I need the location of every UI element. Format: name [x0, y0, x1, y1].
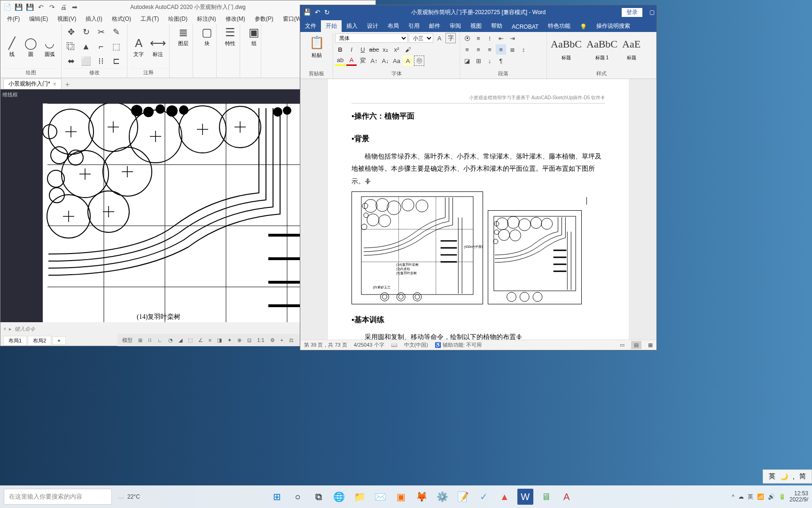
scale-display[interactable]: 1:1: [255, 337, 266, 343]
print-view-icon[interactable]: ▤: [631, 341, 641, 349]
shrink-icon[interactable]: A↓: [380, 56, 390, 66]
battery-icon[interactable]: 🔋: [779, 493, 786, 500]
word-redo-icon[interactable]: ↻: [324, 8, 330, 16]
file-tab[interactable]: 小景观制作入门* ×: [3, 79, 62, 89]
tab-home[interactable]: 开始: [321, 20, 342, 32]
transparency-icon[interactable]: ◨: [215, 337, 224, 344]
format-painter-icon[interactable]: 🖌: [403, 44, 413, 55]
paste-icon[interactable]: 📋: [307, 33, 326, 52]
line-spacing-icon[interactable]: ↕: [518, 44, 529, 55]
login-button[interactable]: 登录: [622, 8, 642, 17]
menu-file[interactable]: 件(F): [2, 14, 24, 24]
model-button[interactable]: 模型: [120, 336, 134, 344]
osnap-icon[interactable]: ⬚: [186, 337, 195, 344]
strike-icon[interactable]: abc: [369, 44, 379, 55]
ime-moon-icon[interactable]: 🌙: [780, 473, 788, 480]
undo-icon[interactable]: ↶: [36, 2, 46, 12]
document-page[interactable]: 小景观全模简明学习手册基于 AutoCAD-SketchUp插件-D5 软件⸎ …: [328, 79, 629, 340]
circle-tool[interactable]: ◯圆: [22, 36, 39, 58]
subscript-icon[interactable]: x₂: [380, 44, 390, 55]
text-tool[interactable]: A文字: [130, 36, 148, 58]
font-color-icon[interactable]: A: [346, 56, 357, 66]
tray-up-icon[interactable]: ^: [732, 493, 734, 500]
iso-icon[interactable]: ◢: [177, 337, 184, 344]
tab-file[interactable]: 文件: [300, 20, 321, 32]
distributed-icon[interactable]: ≣: [507, 44, 517, 55]
font-name-select[interactable]: 黑体: [335, 33, 408, 43]
edge-icon[interactable]: 🌐: [331, 489, 347, 505]
font-size-select[interactable]: 小三: [409, 33, 433, 43]
align-justify-icon[interactable]: ≡: [496, 44, 506, 55]
max-icon[interactable]: ▢: [649, 9, 655, 16]
add-tab-icon[interactable]: +: [62, 80, 73, 89]
copy-icon[interactable]: ⿻: [64, 40, 78, 53]
tab-help[interactable]: 帮助: [486, 20, 507, 32]
sm-icon[interactable]: ⊡: [245, 337, 253, 344]
align-right-icon[interactable]: ≡: [484, 44, 495, 55]
print-icon[interactable]: 🖨: [59, 2, 68, 12]
lang-status[interactable]: 中文(中国): [404, 341, 428, 349]
tab-view[interactable]: 视图: [466, 20, 486, 32]
word-save-icon[interactable]: 💾: [303, 8, 311, 16]
tell-me[interactable]: 操作说明搜索: [592, 20, 635, 32]
bold-icon[interactable]: B: [335, 44, 345, 55]
rotate-icon[interactable]: ↻: [79, 25, 93, 39]
search-icon[interactable]: ○: [290, 489, 306, 505]
char-border-icon[interactable]: 字: [445, 33, 456, 43]
border-icon[interactable]: ⊞: [473, 56, 484, 66]
shading-icon[interactable]: ◪: [462, 56, 472, 66]
align-left-icon[interactable]: ≡: [462, 44, 472, 55]
spell-icon[interactable]: 📖: [391, 342, 398, 348]
search-input[interactable]: 在这里输入你要搜索的内容: [4, 489, 112, 505]
read-view-icon[interactable]: ▭: [620, 342, 625, 348]
sort-icon[interactable]: ↓: [484, 56, 495, 66]
italic-icon[interactable]: I: [346, 44, 357, 55]
grid-icon[interactable]: ⊞: [136, 337, 144, 344]
move-icon[interactable]: ✥: [64, 25, 78, 39]
arc-tool[interactable]: ◡圆弧: [41, 36, 58, 58]
array-icon[interactable]: ⁞⁞: [94, 55, 108, 68]
menu-tools[interactable]: 工具(T): [136, 14, 164, 24]
settings-icon[interactable]: ⚙️: [435, 489, 451, 505]
ime-simp[interactable]: 简: [799, 472, 806, 481]
cmd-close-icon[interactable]: ×: [3, 326, 6, 332]
case-icon[interactable]: Aa: [391, 56, 402, 66]
autocad-app-icon[interactable]: A: [559, 489, 575, 505]
plus-icon[interactable]: +: [279, 337, 285, 343]
grow-icon[interactable]: A↑: [369, 56, 379, 66]
inc-indent-icon[interactable]: ⇥: [507, 33, 517, 43]
wifi-icon[interactable]: 📶: [757, 493, 764, 500]
dim-tool[interactable]: ⟷标注: [149, 36, 167, 58]
new-icon[interactable]: 📄: [2, 2, 12, 12]
polar-icon[interactable]: ◔: [166, 337, 175, 344]
close-tab-icon[interactable]: ×: [53, 81, 56, 87]
enclose-icon[interactable]: ㊞: [414, 56, 424, 66]
arrow-icon[interactable]: ➡: [70, 2, 79, 12]
trim-icon[interactable]: ✂: [94, 25, 108, 39]
scale-icon[interactable]: ⬜: [79, 55, 93, 68]
tab-mail[interactable]: 邮件: [424, 20, 445, 32]
style-heading2[interactable]: AaE 标题: [620, 33, 642, 69]
layout-add-icon[interactable]: +: [52, 336, 65, 345]
firefox-icon[interactable]: 🦊: [414, 489, 430, 505]
onedrive-icon[interactable]: ☁: [738, 493, 744, 500]
offset-icon[interactable]: ⊏: [109, 55, 123, 68]
style-heading1[interactable]: AaBbC 标题 1: [585, 33, 619, 69]
mi-icon[interactable]: ▣: [393, 489, 409, 505]
fillet-icon[interactable]: ⌐: [94, 40, 108, 53]
mirror-icon[interactable]: ▲: [79, 40, 93, 53]
menu-dim[interactable]: 标注(N): [192, 14, 221, 24]
prop-tool[interactable]: ☰特性: [219, 25, 241, 47]
phonetic-icon[interactable]: 変: [358, 56, 368, 66]
otrack-icon[interactable]: ∠: [196, 337, 205, 344]
start-icon[interactable]: ⊞: [269, 489, 285, 505]
weather-icon[interactable]: ☁️: [117, 493, 125, 500]
tab-insert[interactable]: 插入: [342, 20, 362, 32]
tab-acrobat[interactable]: ACROBAT: [507, 22, 543, 32]
ime-bar[interactable]: 英 🌙 , 简: [763, 469, 812, 484]
explode-icon[interactable]: ⬚: [109, 40, 123, 53]
dec-indent-icon[interactable]: ⇤: [496, 33, 506, 43]
explorer-icon[interactable]: 📁: [352, 489, 368, 505]
redo-icon[interactable]: ↷: [47, 2, 57, 12]
accessibility-status[interactable]: ♿ 辅助功能: 不可用: [435, 341, 482, 349]
